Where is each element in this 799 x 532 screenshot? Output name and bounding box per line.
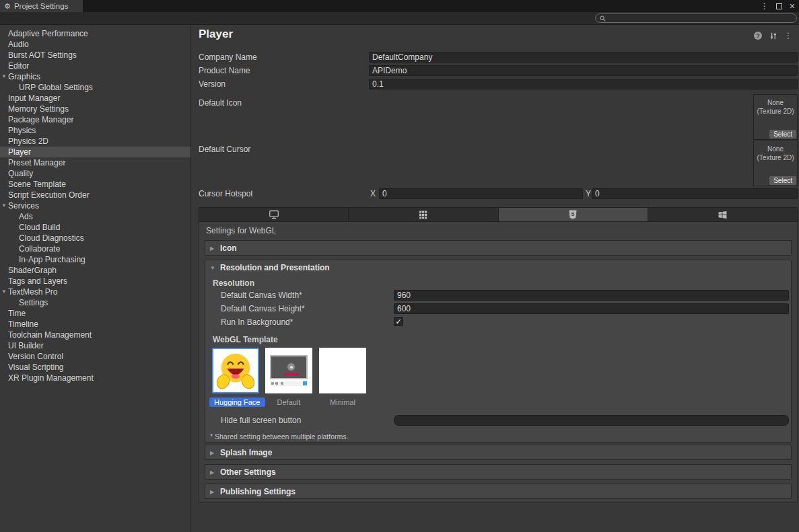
sidebar-item-physics[interactable]: Physics xyxy=(0,125,190,136)
section-title: Other Settings xyxy=(220,467,276,477)
foldout-open-icon[interactable]: ▼ xyxy=(1,71,7,82)
section-icon[interactable]: ▶ Icon xyxy=(205,240,792,256)
tab-platform-windows-store[interactable] xyxy=(648,208,797,221)
sidebar-item-audio[interactable]: Audio xyxy=(0,39,190,50)
run-in-background-checkbox[interactable]: ✓ xyxy=(394,317,403,326)
sidebar-item-cloud-diagnostics[interactable]: Cloud Diagnostics xyxy=(0,233,190,243)
template-hugging-face[interactable] xyxy=(212,348,259,393)
sidebar-item-scene-template[interactable]: Scene Template xyxy=(0,179,190,190)
template-label-default[interactable]: Default xyxy=(262,397,316,407)
more-options-icon[interactable]: ⋮ xyxy=(784,31,792,40)
sidebar-item-version-control[interactable]: Version Control xyxy=(0,351,190,362)
sidebar-item-input-manager[interactable]: Input Manager xyxy=(0,93,190,104)
template-minimal[interactable] xyxy=(319,348,366,393)
search-input[interactable] xyxy=(609,14,792,22)
canvas-height-label: Default Canvas Height* xyxy=(221,303,305,314)
default-cursor-texture-slot[interactable]: None (Texture 2D) Select xyxy=(753,141,798,186)
hotspot-x-label: X xyxy=(370,188,376,199)
sidebar-item-services[interactable]: ▼Services xyxy=(0,200,190,211)
section-title: Resolution and Presentation xyxy=(220,263,330,272)
tab-platform-webgl[interactable]: 5 xyxy=(499,208,648,221)
sidebar-item-urp-global-settings[interactable]: URP Global Settings xyxy=(0,82,190,93)
section-other-settings[interactable]: ▶ Other Settings xyxy=(205,464,792,480)
canvas-height-field[interactable] xyxy=(394,303,789,314)
sidebar-item-time[interactable]: Time xyxy=(0,308,190,319)
sidebar-item-tmp-settings[interactable]: Settings xyxy=(0,297,190,308)
product-name-field[interactable] xyxy=(369,65,798,76)
sidebar-item-ui-builder[interactable]: UI Builder xyxy=(0,340,190,351)
sidebar-item-memory-settings[interactable]: Memory Settings xyxy=(0,104,190,114)
dedicated-server-icon xyxy=(418,210,428,220)
close-icon[interactable]: × xyxy=(790,0,795,12)
standalone-monitor-icon xyxy=(269,209,279,220)
windows-store-icon xyxy=(718,210,728,220)
tab-platform-standalone[interactable] xyxy=(199,208,349,221)
search-icon xyxy=(600,15,606,22)
hotspot-y-field[interactable] xyxy=(592,188,798,199)
project-settings-tab[interactable]: ⚙ Project Settings xyxy=(0,0,83,12)
section-splash-image[interactable]: ▶ Splash Image xyxy=(205,445,792,460)
version-field[interactable] xyxy=(369,79,798,89)
sidebar-item-player[interactable]: Player xyxy=(0,147,190,157)
foldout-open-icon[interactable]: ▼ xyxy=(1,287,7,297)
help-icon[interactable]: ? xyxy=(754,32,762,40)
sidebar-item-collaborate[interactable]: Collaborate xyxy=(0,243,190,254)
template-label-hugging-face[interactable]: Hugging Face xyxy=(209,397,265,407)
sidebar-item-preset-manager[interactable]: Preset Manager xyxy=(0,157,190,168)
webgl-settings-panel: Settings for WebGL ▶ Icon ▼ Resolution a… xyxy=(199,222,798,503)
sidebar-item-visual-scripting[interactable]: Visual Scripting xyxy=(0,362,190,373)
section-resolution-presentation: ▼ Resolution and Presentation Resolution… xyxy=(205,260,792,443)
check-icon: ✓ xyxy=(395,317,401,326)
sidebar-item-burst-aot[interactable]: Burst AOT Settings xyxy=(0,50,190,61)
texture-type-text: (Texture 2D) xyxy=(754,107,797,116)
sidebar-item-xr-plugin-management[interactable]: XR Plugin Management xyxy=(0,373,190,383)
hotspot-x-field[interactable] xyxy=(379,188,583,199)
template-label-minimal[interactable]: Minimal xyxy=(316,397,370,407)
cursor-hotspot-label: Cursor Hotspot xyxy=(199,188,253,199)
page-title: Player xyxy=(199,28,233,41)
template-default[interactable] xyxy=(265,348,312,393)
default-cursor-label: Default Cursor xyxy=(199,144,250,155)
hide-fullscreen-field[interactable] xyxy=(394,415,789,426)
maximize-icon[interactable] xyxy=(776,3,782,9)
sidebar-item-graphics[interactable]: ▼Graphics xyxy=(0,71,190,82)
shared-setting-note: * Shared setting between multiple platfo… xyxy=(210,432,348,441)
settings-for-label: Settings for WebGL xyxy=(206,226,277,235)
section-title: Icon xyxy=(220,243,237,253)
foldout-open-icon[interactable]: ▼ xyxy=(1,200,7,211)
company-name-field[interactable] xyxy=(369,52,798,63)
foldout-closed-icon: ▶ xyxy=(210,489,216,495)
company-name-label: Company Name xyxy=(199,52,257,63)
section-resolution-header[interactable]: ▼ Resolution and Presentation xyxy=(205,260,791,275)
sidebar-item-textmesh-pro[interactable]: ▼TextMesh Pro xyxy=(0,287,190,297)
sidebar-item-shadergraph[interactable]: ShaderGraph xyxy=(0,265,190,276)
tab-platform-dedicated-server[interactable] xyxy=(349,208,498,221)
sidebar-item-timeline[interactable]: Timeline xyxy=(0,319,190,330)
sidebar-item-package-manager[interactable]: Package Manager xyxy=(0,114,190,125)
section-title: Publishing Settings xyxy=(220,487,296,496)
sidebar-item-tags-and-layers[interactable]: Tags and Layers xyxy=(0,276,190,287)
select-texture-button[interactable]: Select xyxy=(769,176,796,185)
sidebar-item-toolchain-management[interactable]: Toolchain Management xyxy=(0,330,190,340)
select-texture-button[interactable]: Select xyxy=(769,130,796,139)
sidebar-item-script-execution-order[interactable]: Script Execution Order xyxy=(0,190,190,200)
section-publishing-settings[interactable]: ▶ Publishing Settings xyxy=(205,484,792,499)
window-menu-icon[interactable]: ⋮ xyxy=(761,1,769,11)
sidebar-item-in-app-purchasing[interactable]: In-App Purchasing xyxy=(0,254,190,265)
default-icon-texture-slot[interactable]: None (Texture 2D) Select xyxy=(753,94,798,140)
sidebar-item-physics-2d[interactable]: Physics 2D xyxy=(0,136,190,147)
sidebar-item-cloud-build[interactable]: Cloud Build xyxy=(0,222,190,233)
search-box[interactable] xyxy=(595,13,797,23)
texture-type-text: (Texture 2D) xyxy=(754,153,797,162)
sidebar-item-editor[interactable]: Editor xyxy=(0,61,190,71)
product-name-label: Product Name xyxy=(199,65,250,76)
platform-tabbar: 5 xyxy=(199,207,798,222)
sidebar-item-adaptive-performance[interactable]: Adaptive Performance xyxy=(0,28,190,39)
foldout-closed-icon: ▶ xyxy=(210,450,216,456)
sidebar-item-quality[interactable]: Quality xyxy=(0,168,190,179)
window-title: Project Settings xyxy=(14,2,69,10)
sidebar-item-ads[interactable]: Ads xyxy=(0,211,190,222)
presets-icon[interactable] xyxy=(769,32,777,40)
texture-none-text: None xyxy=(754,145,797,153)
canvas-width-field[interactable] xyxy=(394,290,789,301)
